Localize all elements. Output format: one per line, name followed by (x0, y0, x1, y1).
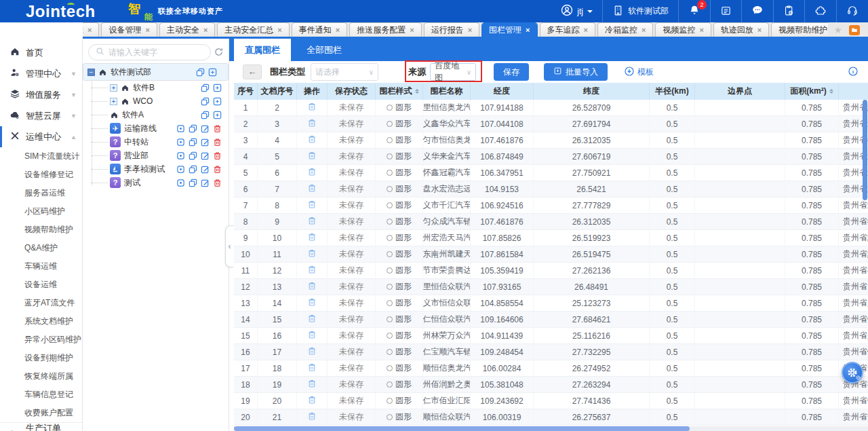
sort-icon[interactable] (415, 87, 419, 96)
sidebar-subitem-SIM卡流量统计[interactable]: SIM卡流量统计 (0, 147, 82, 166)
delete-row-icon[interactable] (307, 330, 317, 341)
close-icon[interactable]: × (277, 26, 281, 34)
sidebar-subitem-车辆运维[interactable]: 车辆运维 (0, 257, 82, 276)
sidebar-subitem-蓝牙AT流文件[interactable]: 蓝牙AT流文件 (0, 294, 82, 312)
add-icon[interactable] (212, 110, 222, 119)
report-button[interactable] (773, 0, 804, 22)
close-icon[interactable]: × (526, 26, 530, 34)
workspace-tab-主动安全汇总[interactable]: 主动安全汇总 × (217, 22, 289, 37)
sidebar-subitem-设备维修登记[interactable]: 设备维修登记 (0, 166, 82, 184)
workspace-tab-多车追踪[interactable]: 多车追踪 × (540, 22, 595, 37)
delete-row-icon[interactable] (307, 314, 317, 325)
delete-icon[interactable] (212, 124, 222, 133)
workspace-tab-围栏管理[interactable]: 围栏管理 × (481, 22, 537, 37)
save-button[interactable]: 保存 (494, 63, 529, 81)
source-select[interactable]: 百度地图 ∨ (430, 63, 476, 81)
workspace-tab-管理[interactable]: 管理 × (83, 22, 99, 37)
tree-node-测试[interactable]: ? 测试 (83, 176, 229, 189)
fence-icon[interactable] (176, 164, 185, 174)
tree-expander-icon[interactable]: + (110, 84, 117, 92)
sidebar-item-management-center[interactable]: 管理中心 ▼ (0, 63, 82, 84)
delete-row-icon[interactable] (307, 134, 317, 146)
back-button[interactable]: ← (243, 64, 262, 79)
copy-icon[interactable] (200, 110, 210, 119)
workspace-tab-推送服务配置[interactable]: 推送服务配置 × (349, 22, 421, 37)
delete-row-icon[interactable] (307, 151, 317, 162)
tree-search-input[interactable]: 请输入关键字 (88, 44, 211, 60)
delete-row-icon[interactable] (307, 232, 317, 244)
tree-node-中转站[interactable]: ? 中转站 (83, 135, 229, 149)
tree-node-软件测试部[interactable]: − 软件测试部 (83, 63, 229, 81)
copy-icon[interactable] (188, 124, 197, 133)
edit-icon[interactable] (200, 151, 210, 160)
delete-row-icon[interactable] (307, 297, 317, 309)
edit-icon[interactable] (200, 178, 210, 187)
workspace-tab-轨迹回放[interactable]: 轨迹回放 × (713, 22, 769, 37)
delete-row-icon[interactable] (307, 265, 317, 276)
sidebar-subitem-异常小区码维护[interactable]: 异常小区码维护 (0, 331, 82, 349)
tree-expander-icon[interactable]: + (110, 98, 117, 105)
copy-icon[interactable] (195, 67, 205, 77)
delete-row-icon[interactable] (307, 216, 317, 227)
copy-icon[interactable] (200, 83, 210, 92)
calendar-button[interactable] (710, 0, 741, 22)
sidebar-item-production-orders[interactable]: 生产订单管理 ▼ (0, 422, 82, 431)
fence-icon[interactable] (176, 151, 185, 160)
close-icon[interactable]: × (336, 26, 340, 34)
edit-icon[interactable] (200, 164, 210, 174)
workspace-tab-主动安全[interactable]: 主动安全 × (159, 22, 215, 37)
sidebar-subitem-收费账户配置[interactable]: 收费账户配置 (0, 404, 82, 422)
column-header-围栏样式[interactable]: 围栏样式 (376, 83, 423, 100)
tree-node-软件B[interactable]: + 软件B (83, 81, 229, 94)
delete-row-icon[interactable] (307, 379, 317, 390)
close-icon[interactable]: × (699, 26, 703, 34)
workspace-tab-事件通知[interactable]: 事件通知 × (292, 22, 347, 37)
tree-node-李孝祯测试[interactable]: 李孝祯测试 (83, 162, 229, 176)
notifications-button[interactable]: 2 (678, 0, 710, 22)
delete-row-icon[interactable] (307, 200, 317, 211)
close-icon[interactable]: × (87, 26, 92, 34)
vertical-scrollbar-thumb[interactable] (863, 100, 867, 200)
add-icon[interactable] (212, 96, 222, 106)
delete-row-icon[interactable] (307, 183, 317, 195)
add-icon[interactable] (212, 83, 222, 92)
sidebar-item-value-added-services[interactable]: 增值服务 ▼ (0, 84, 82, 105)
tree-node-营业部[interactable]: ? 营业部 (83, 149, 229, 162)
delete-row-icon[interactable] (307, 102, 317, 113)
tree-node-WCO[interactable]: + WCO (83, 94, 229, 108)
department-switcher[interactable]: 软件测试部 (602, 0, 678, 22)
delete-icon[interactable] (212, 151, 222, 160)
fence-view-tab-全部围栏[interactable]: 全部围栏 (296, 39, 353, 61)
apps-button[interactable] (804, 0, 836, 22)
sidebar-subitem-视频帮助维护[interactable]: 视频帮助维护 (0, 221, 82, 239)
edit-icon[interactable] (200, 124, 210, 133)
delete-row-icon[interactable] (307, 167, 317, 179)
tree-node-运输路线[interactable]: ✈ 运输路线 (83, 121, 229, 135)
sort-icon[interactable] (829, 87, 833, 96)
delete-row-icon[interactable] (307, 362, 317, 374)
delete-row-icon[interactable] (307, 411, 317, 423)
tree-collapse-handle[interactable]: ‹ (225, 225, 233, 267)
refresh-icon[interactable] (214, 47, 224, 58)
fence-type-select[interactable]: 请选择 ∨ (311, 63, 378, 81)
close-icon[interactable]: × (145, 26, 149, 34)
sidebar-subitem-设备到期维护[interactable]: 设备到期维护 (0, 349, 82, 367)
fence-icon[interactable] (176, 137, 185, 147)
user-menu[interactable]: jtj (551, 0, 602, 22)
delete-icon[interactable] (212, 164, 222, 174)
batch-import-button[interactable]: 批量导入 (544, 63, 608, 81)
support-button[interactable] (836, 0, 868, 22)
close-icon[interactable]: × (468, 26, 472, 34)
workspace-tab-视频帮助维护[interactable]: 视频帮助维护 × (771, 22, 828, 37)
workspace-tab-运行报告[interactable]: 运行报告 × (424, 22, 479, 37)
fence-view-tab-直属围栏[interactable]: 直属围栏 (234, 39, 291, 61)
delete-row-icon[interactable] (307, 248, 317, 260)
horizontal-scrollbar-thumb[interactable] (234, 426, 690, 431)
copy-icon[interactable] (200, 96, 210, 106)
sidebar-item-operations-center[interactable]: 运维中心 ▲ (0, 126, 82, 147)
sidebar-subitem-服务器运维[interactable]: 服务器运维 (0, 184, 82, 202)
delete-row-icon[interactable] (307, 118, 317, 130)
delete-row-icon[interactable] (307, 395, 317, 407)
add-icon[interactable] (208, 67, 217, 77)
delete-row-icon[interactable] (307, 346, 317, 358)
